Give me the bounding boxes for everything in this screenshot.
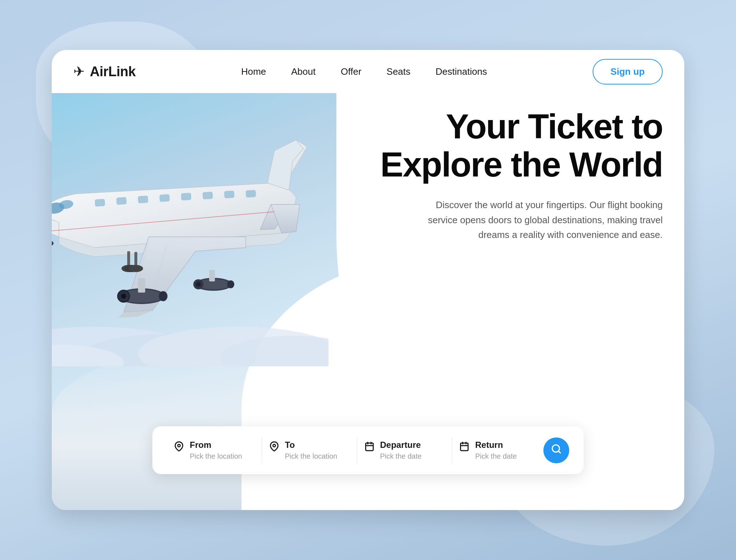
to-label: To xyxy=(285,440,337,450)
svg-rect-7 xyxy=(95,199,105,206)
to-placeholder: Pick the location xyxy=(285,452,337,460)
svg-rect-12 xyxy=(202,192,213,199)
hero-title: Your Ticket to Explore the World xyxy=(368,107,663,183)
svg-point-42 xyxy=(273,444,275,447)
from-placeholder: Pick the location xyxy=(190,452,242,460)
nav-home[interactable]: Home xyxy=(241,66,266,77)
svg-rect-13 xyxy=(224,191,234,198)
departure-label: Departure xyxy=(380,440,422,450)
svg-point-39 xyxy=(129,265,143,272)
from-location-icon xyxy=(174,441,184,454)
to-field[interactable]: To Pick the location xyxy=(262,437,357,463)
departure-placeholder: Pick the date xyxy=(380,452,422,460)
to-location-icon xyxy=(269,441,279,454)
svg-point-41 xyxy=(178,444,180,447)
search-button[interactable] xyxy=(543,437,569,463)
svg-point-30 xyxy=(227,280,234,288)
from-field[interactable]: From Pick the location xyxy=(167,437,262,463)
brand-name: AirLink xyxy=(90,64,135,79)
return-calendar-icon xyxy=(459,441,469,454)
main-card: ✈ AirLink Home About Offer Seats Destina… xyxy=(52,50,684,510)
return-placeholder: Pick the date xyxy=(475,452,517,460)
hero-subtitle: Discover the world at your fingertips. O… xyxy=(411,198,663,243)
nav-offer[interactable]: Offer xyxy=(341,66,361,77)
svg-rect-14 xyxy=(245,190,256,197)
svg-point-29 xyxy=(196,282,201,286)
search-icon xyxy=(551,444,562,457)
airplane-image xyxy=(52,97,328,366)
from-field-text: From Pick the location xyxy=(190,440,242,460)
departure-calendar-icon xyxy=(364,441,374,454)
signup-button[interactable]: Sign up xyxy=(593,59,663,84)
svg-rect-43 xyxy=(365,443,373,451)
svg-rect-24 xyxy=(138,278,145,293)
navbar: ✈ AirLink Home About Offer Seats Destina… xyxy=(52,50,684,93)
svg-rect-8 xyxy=(116,197,126,205)
search-bar: From Pick the location To Pick the locat… xyxy=(152,426,584,474)
return-field-text: Return Pick the date xyxy=(475,440,517,460)
hero-content: Your Ticket to Explore the World Discove… xyxy=(368,107,663,243)
svg-point-23 xyxy=(159,291,167,301)
return-label: Return xyxy=(475,440,517,450)
svg-rect-47 xyxy=(461,443,468,451)
nav-destinations[interactable]: Destinations xyxy=(436,66,487,77)
nav-links: Home About Offer Seats Destinations xyxy=(241,66,487,77)
departure-field[interactable]: Departure Pick the date xyxy=(357,437,452,463)
nav-seats[interactable]: Seats xyxy=(387,66,411,77)
nav-about[interactable]: About xyxy=(291,66,316,77)
svg-rect-31 xyxy=(209,270,215,281)
logo[interactable]: ✈ AirLink xyxy=(73,64,135,79)
from-label: From xyxy=(190,440,242,450)
to-field-text: To Pick the location xyxy=(285,440,337,460)
departure-field-text: Departure Pick the date xyxy=(380,440,422,460)
svg-rect-10 xyxy=(159,194,170,202)
svg-line-52 xyxy=(558,451,560,453)
return-field[interactable]: Return Pick the date xyxy=(452,437,536,463)
logo-airplane-icon: ✈ xyxy=(73,64,85,79)
svg-rect-11 xyxy=(181,193,191,200)
svg-point-22 xyxy=(121,294,126,298)
svg-rect-9 xyxy=(138,196,148,203)
